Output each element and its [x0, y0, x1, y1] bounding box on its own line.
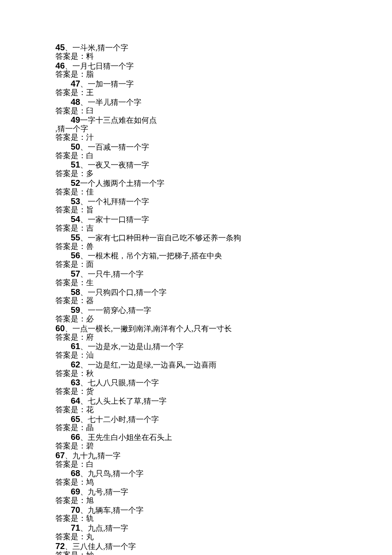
riddle-entry: 63、七人八只眼,猜一个字答案是：货 [55, 378, 337, 396]
riddle-number: 48 [71, 97, 80, 107]
riddle-answer: 答案是：料 [55, 52, 337, 61]
riddle-text: 、一个礼拜猜一个字 [80, 197, 149, 206]
riddle-line: 70、九辆车,猜一个字 [55, 505, 337, 515]
riddle-answer: 答案是：旨 [55, 206, 337, 214]
riddle-entry: 53、一个礼拜猜一个字答案是：旨 [55, 197, 337, 215]
riddle-number: 54 [71, 214, 80, 224]
riddle-entry: 64、七人头上长了草,猜一字答案是：花 [55, 396, 337, 414]
riddle-line: 68、九只鸟,猜一个字 [55, 468, 337, 478]
riddle-line: 47、一加一猜一字 [55, 79, 337, 89]
riddle-entry: 45、一斗米,猜一个字答案是：料 [55, 43, 337, 61]
riddle-number: 53 [71, 197, 80, 206]
riddle-answer: 答案是：汁 [55, 133, 337, 142]
riddle-answer: 答案是：脂 [55, 70, 337, 79]
riddle-entry: 58、一只狗四个口,猜一个字答案是：器 [55, 287, 337, 306]
riddle-entry: 48、一半儿猜一个字答案是：臼 [55, 97, 337, 116]
riddle-number: 62 [71, 360, 80, 369]
riddle-entry: 70、九辆车,猜一个字答案是：轨 [55, 505, 337, 523]
riddle-line: 55、一家有七口种田种一亩自己吃不够还养一条狗 [55, 233, 337, 243]
riddle-text: 、一百减一猜一个字 [80, 143, 149, 151]
riddle-number: 68 [71, 468, 80, 478]
riddle-number: 63 [71, 378, 80, 387]
riddle-line: 71、九点,猜一字 [55, 523, 337, 533]
riddle-number: 56 [71, 251, 80, 260]
riddle-answer: 答案是：碧 [55, 442, 337, 451]
riddle-text: 、一只狗四个口,猜一个字 [80, 288, 167, 297]
riddle-entry: 56、一根木棍，吊个方箱,一把梯子,搭在中央答案是：面 [55, 251, 337, 269]
riddle-answer: 答案是：妙 [55, 551, 337, 555]
riddle-text: 、七人头上长了草,猜一字 [80, 397, 167, 405]
riddle-entry: 54、一家十一口猜一字答案是：吉 [55, 214, 337, 233]
riddle-text: 、一半儿猜一个字 [80, 98, 141, 107]
riddle-line: 50、一百减一猜一个字 [55, 142, 337, 152]
riddle-text: 、一边是红,一边是绿,一边喜风,一边喜雨 [80, 361, 216, 369]
riddle-entry: 72、三八佳人,猜一个字答案是：妙 [55, 541, 337, 555]
riddle-answer: 答案是：鸠 [55, 478, 337, 487]
riddle-number: 46 [55, 61, 65, 70]
riddle-number: 49 [71, 115, 80, 124]
riddle-list: 45、一斗米,猜一个字答案是：料46、一月七日猜一个字答案是：脂47、一加一猜一… [55, 43, 337, 555]
riddle-answer: 答案是：轨 [55, 515, 337, 523]
riddle-answer: 答案是：秋 [55, 370, 337, 378]
riddle-number: 59 [71, 305, 80, 315]
riddle-entry: 66、王先生白小姐坐在石头上答案是：碧 [55, 432, 337, 451]
riddle-text: 、一一箭穿心,猜一字 [80, 306, 151, 315]
riddle-line: 66、王先生白小姐坐在石头上 [55, 432, 337, 442]
riddle-line: 69、九号,猜一字 [55, 487, 337, 497]
riddle-text: 、一边是水,一边是山,猜一个字 [80, 342, 184, 351]
riddle-number: 58 [71, 287, 80, 297]
riddle-entry: 60、一点一横长,一撇到南洋,南洋有个人,只有一寸长答案是：府 [55, 324, 337, 342]
riddle-answer: 答案是：丸 [55, 533, 337, 541]
riddle-line: 58、一只狗四个口,猜一个字 [55, 287, 337, 297]
riddle-line: 59、一一箭穿心,猜一字 [55, 305, 337, 315]
riddle-entry: 50、一百减一猜一个字答案是：白 [55, 142, 337, 160]
riddle-answer: 答案是：必 [55, 315, 337, 324]
riddle-number: 64 [71, 396, 80, 405]
document-page: 45、一斗米,猜一个字答案是：料46、一月七日猜一个字答案是：脂47、一加一猜一… [0, 0, 392, 555]
riddle-entry: 61、一边是水,一边是山,猜一个字答案是：汕 [55, 341, 337, 360]
riddle-answer: 答案是：器 [55, 297, 337, 305]
riddle-text: 、王先生白小姐坐在石头上 [80, 433, 172, 442]
riddle-text: 、七十二小时,猜一个字 [80, 415, 159, 424]
riddle-text: 、一家有七口种田种一亩自己吃不够还养一条狗 [80, 234, 241, 242]
riddle-text: 、一加一猜一字 [80, 80, 134, 88]
riddle-entry: 51、一夜又一夜猜一字答案是：多 [55, 160, 337, 178]
riddle-line: 67、九十九,猜一字 [55, 451, 337, 460]
riddle-entry: 49一字十三点难在如何点,猜一个字答案是：汁 [55, 115, 337, 142]
riddle-number: 60 [55, 324, 65, 333]
riddle-entry: 71、九点,猜一字答案是：丸 [55, 523, 337, 541]
riddle-text: 、三八佳人,猜一个字 [65, 542, 136, 551]
riddle-text: 、一只牛,猜一个字 [80, 270, 144, 278]
riddle-entry: 69、九号,猜一字答案是：旭 [55, 487, 337, 505]
riddle-entry: 46、一月七日猜一个字答案是：脂 [55, 61, 337, 79]
riddle-entry: 47、一加一猜一字答案是：王 [55, 79, 337, 97]
riddle-number: 55 [71, 233, 80, 242]
riddle-answer: 答案是：吉 [55, 224, 337, 233]
riddle-number: 72 [55, 541, 65, 551]
riddle-answer: 答案是：府 [55, 333, 337, 342]
riddle-text: 、一夜又一夜猜一字 [80, 161, 149, 169]
riddle-line: 60、一点一横长,一撇到南洋,南洋有个人,只有一寸长 [55, 324, 337, 333]
riddle-number: 50 [71, 142, 80, 151]
riddle-answer: 答案是：旭 [55, 497, 337, 505]
riddle-line: 65、七十二小时,猜一个字 [55, 414, 337, 424]
riddle-text: 、一月七日猜一个字 [65, 62, 134, 70]
riddle-line: 57、一只牛,猜一个字 [55, 269, 337, 279]
riddle-answer: 答案是：王 [55, 89, 337, 97]
riddle-entry: 57、一只牛,猜一个字答案是：生 [55, 269, 337, 287]
riddle-line: 63、七人八只眼,猜一个字 [55, 378, 337, 387]
riddle-entry: 55、一家有七口种田种一亩自己吃不够还养一条狗答案是：兽 [55, 233, 337, 251]
riddle-text: 、一斗米,猜一个字 [65, 43, 128, 52]
riddle-entry: 62、一边是红,一边是绿,一边喜风,一边喜雨答案是：秋 [55, 360, 337, 378]
riddle-answer: 答案是：白 [55, 460, 337, 469]
riddle-entry: 52一个人搬两个土猜一个字答案是：佳 [55, 178, 337, 197]
riddle-number: 70 [71, 505, 80, 515]
riddle-number: 57 [71, 269, 80, 278]
riddle-line: 49一字十三点难在如何点 [55, 115, 337, 125]
riddle-answer: 答案是：面 [55, 260, 337, 269]
riddle-answer: 答案是：汕 [55, 351, 337, 360]
riddle-answer: 答案是：臼 [55, 107, 337, 116]
riddle-line: 54、一家十一口猜一字 [55, 214, 337, 224]
riddle-answer: 答案是：佳 [55, 188, 337, 197]
riddle-number: 47 [71, 79, 80, 88]
